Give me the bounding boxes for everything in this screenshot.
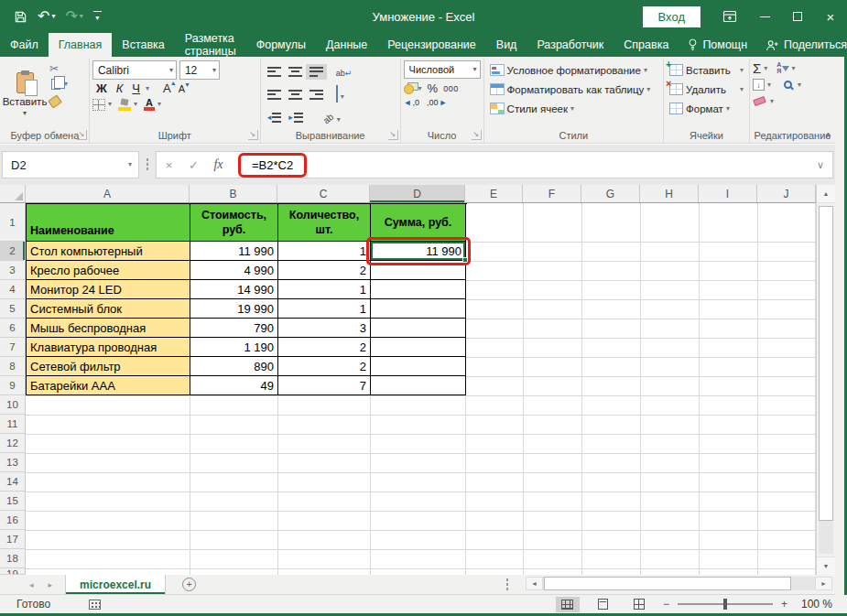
number-format-combo[interactable]: Числовой▾ — [404, 60, 481, 79]
cell-d3[interactable] — [371, 261, 466, 280]
tab-file[interactable]: Файл — [0, 33, 49, 57]
cell-a9[interactable]: Батарейки AAA — [27, 376, 190, 395]
redo-button[interactable]: ↷▾ — [65, 10, 82, 23]
cell-b3[interactable]: 4 990 — [190, 261, 278, 280]
page-break-view-button[interactable] — [627, 597, 651, 612]
autosum-button[interactable]: Σ▾ — [753, 62, 767, 74]
cell-c1[interactable]: Количество, шт. — [278, 204, 371, 242]
row-header-12[interactable]: 12 — [0, 434, 25, 453]
cell-c3[interactable]: 2 — [278, 261, 371, 280]
cell-c6[interactable]: 3 — [278, 319, 371, 338]
row-header-3[interactable]: 3 — [0, 261, 25, 280]
zoom-slider-thumb[interactable] — [723, 599, 727, 610]
row-header-19[interactable]: 19 — [0, 568, 25, 575]
align-right-button[interactable] — [306, 87, 327, 103]
row-header-11[interactable]: 11 — [0, 415, 25, 434]
column-header-i[interactable]: I — [699, 185, 757, 202]
cell-d5[interactable] — [371, 299, 466, 319]
cut-button[interactable]: ✂ — [49, 64, 68, 73]
insert-cells-button[interactable]: Вставить▾ — [667, 62, 746, 78]
undo-button[interactable]: ↶▾ — [38, 10, 55, 23]
tab-developer[interactable]: Разработчик — [527, 33, 614, 57]
clipboard-dialog-launcher[interactable]: ↘ — [77, 130, 87, 140]
close-button[interactable]: × — [814, 0, 847, 33]
row-header-18[interactable]: 18 — [0, 549, 25, 568]
row-header-4[interactable]: 4 — [0, 280, 25, 299]
column-header-a[interactable]: A — [26, 185, 190, 202]
orientation-button[interactable]: ab▾ — [320, 106, 344, 128]
font-dialog-launcher[interactable]: ↘ — [248, 130, 258, 140]
font-family-combo[interactable]: Calibri▾ — [92, 60, 177, 80]
macro-record-icon[interactable] — [89, 600, 101, 610]
tab-help[interactable]: Справка — [614, 33, 679, 57]
tab-data[interactable]: Данные — [316, 33, 377, 57]
cell-c8[interactable]: 2 — [278, 357, 371, 376]
new-sheet-button[interactable]: + — [182, 575, 196, 594]
enter-button[interactable]: ✓ — [181, 158, 206, 172]
tab-view[interactable]: Вид — [486, 33, 527, 57]
vertical-scroll-track[interactable] — [819, 521, 833, 554]
borders-button[interactable]: ▾ — [92, 99, 112, 111]
cell-b2[interactable]: 11 990 — [190, 242, 278, 261]
sort-filter-button[interactable]: АЯ▾ — [776, 62, 795, 74]
merge-center-button[interactable]: ▾ — [332, 83, 348, 105]
sheet-tab-active[interactable]: microexcel.ru — [65, 575, 166, 594]
select-all-corner[interactable] — [0, 185, 26, 202]
row-header-6[interactable]: 6 — [0, 319, 25, 338]
row-header-1[interactable]: 1 — [0, 203, 25, 242]
align-left-button[interactable] — [264, 87, 285, 103]
selected-cell-d2[interactable]: 11 990 — [371, 242, 466, 261]
number-dialog-launcher[interactable]: ↘ — [472, 130, 482, 140]
alignment-dialog-launcher[interactable]: ↘ — [388, 130, 398, 140]
cell-c9[interactable]: 7 — [278, 376, 371, 395]
bottom-align-button[interactable] — [306, 64, 327, 80]
copy-button[interactable]: ▾ — [49, 79, 68, 90]
fill-button[interactable]: ↓▾ — [753, 79, 771, 91]
format-as-table-button[interactable]: Форматировать как таблицу▾ — [487, 81, 660, 97]
column-header-e[interactable]: E — [465, 185, 523, 202]
cell-b6[interactable]: 790 — [190, 319, 278, 338]
tab-formulas[interactable]: Формулы — [246, 33, 316, 57]
increase-indent-button[interactable]: ▸ — [285, 110, 307, 125]
column-header-b[interactable]: B — [190, 185, 277, 202]
comma-style-button[interactable]: 000 — [443, 84, 459, 93]
share-button[interactable]: Поделиться — [756, 33, 847, 57]
cell-d9[interactable] — [371, 376, 466, 395]
middle-align-button[interactable] — [285, 64, 306, 80]
row-header-7[interactable]: 7 — [0, 338, 25, 357]
row-header-16[interactable]: 16 — [0, 511, 25, 530]
cell-a7[interactable]: Клавиатура проводная — [27, 338, 190, 357]
row-header-13[interactable]: 13 — [0, 453, 25, 472]
page-layout-view-button[interactable] — [592, 597, 615, 612]
cell-a2[interactable]: Стол компьютерный — [27, 242, 190, 261]
cell-styles-button[interactable]: Стили ячеек▾ — [487, 101, 660, 116]
cell-b9[interactable]: 49 — [190, 376, 278, 395]
italic-button[interactable]: К — [113, 81, 127, 95]
cell-a1[interactable]: Наименование — [27, 204, 190, 242]
fill-color-button[interactable]: ▾ — [118, 99, 137, 111]
top-align-button[interactable] — [264, 64, 285, 80]
cell-c2[interactable]: 1 — [278, 242, 371, 261]
cell-c4[interactable]: 1 — [278, 280, 371, 299]
row-header-8[interactable]: 8 — [0, 357, 25, 376]
cell-b5[interactable]: 19 990 — [190, 299, 278, 319]
delete-cells-button[interactable]: Удалить▾ — [667, 81, 746, 97]
cell-b8[interactable]: 890 — [190, 357, 278, 376]
format-cells-button[interactable]: Формат▾ — [667, 101, 746, 116]
scroll-up-button[interactable]: ▲ — [817, 185, 835, 203]
paste-button[interactable]: Вставить ▾ — [4, 60, 46, 128]
font-color-button[interactable]: А▾ — [144, 98, 161, 111]
tab-review[interactable]: Рецензирование — [377, 33, 486, 57]
scroll-right-button[interactable]: ► — [815, 577, 832, 590]
next-sheet-button[interactable]: ▸ — [49, 580, 53, 589]
expand-formula-bar-button[interactable]: ∨ — [817, 159, 832, 171]
font-size-combo[interactable]: 12▾ — [179, 60, 220, 80]
tab-page-layout[interactable]: Разметка страницы — [175, 33, 246, 57]
formula-bar-splitter[interactable] — [146, 157, 149, 172]
row-header-5[interactable]: 5 — [0, 299, 25, 319]
customize-qat-button[interactable]: ▾ — [93, 11, 102, 22]
tell-me-assistant[interactable]: Помощн — [679, 33, 756, 57]
scroll-down-button[interactable]: ▼ — [817, 557, 835, 575]
row-header-15[interactable]: 15 — [0, 492, 25, 511]
cell-d7[interactable] — [371, 338, 466, 357]
